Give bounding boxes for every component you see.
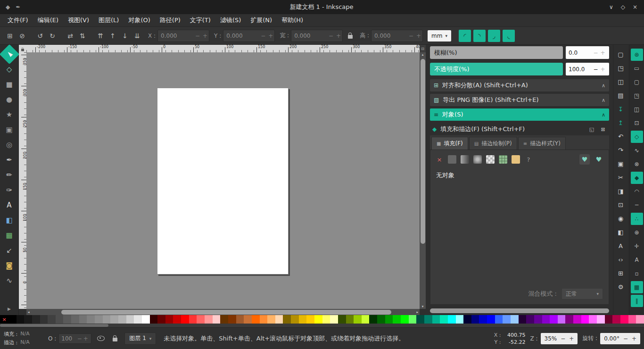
- palette-swatch[interactable]: [142, 315, 150, 324]
- tool-connector[interactable]: ∿: [2, 274, 17, 288]
- palette-swatch[interactable]: [511, 315, 519, 324]
- palette-swatch[interactable]: [338, 315, 346, 324]
- palette-scrollbar[interactable]: [0, 324, 644, 327]
- scale-patterns-toggle[interactable]: ◟: [503, 30, 515, 42]
- unit-select[interactable]: mm ▾: [428, 30, 451, 42]
- document-page[interactable]: [157, 88, 289, 274]
- snap-bbox-corners-toggle[interactable]: ◳: [631, 90, 643, 102]
- palette-swatch[interactable]: [134, 315, 142, 324]
- palette-swatch[interactable]: [581, 315, 589, 324]
- tool-spiral[interactable]: ◎: [2, 138, 17, 152]
- tool-selector[interactable]: ►: [0, 44, 19, 64]
- menu-object[interactable]: 对象(O): [124, 15, 155, 26]
- minimize-button[interactable]: ∨: [609, 4, 613, 10]
- palette-swatch[interactable]: [526, 315, 534, 324]
- menu-extensions[interactable]: 扩展(N): [246, 15, 277, 26]
- horizontal-scroll-thumb[interactable]: [61, 310, 391, 315]
- flip-horizontal-button[interactable]: ⇄: [64, 30, 76, 42]
- dock-objects[interactable]: ≡对象(S)∧: [430, 108, 609, 121]
- duplicate-button[interactable]: ⊡: [615, 199, 627, 210]
- palette-swatch[interactable]: [448, 315, 456, 324]
- scroll-left-icon[interactable]: ◂: [26, 309, 31, 315]
- tool-node-editor[interactable]: ◇: [2, 62, 17, 76]
- link-width-height-toggle[interactable]: [346, 33, 355, 39]
- snap-smooth-nodes-toggle[interactable]: ◠: [631, 185, 643, 198]
- no-color-swatch[interactable]: ×: [0, 315, 8, 324]
- palette-swatch[interactable]: [79, 315, 87, 324]
- snap-line-midpoints-toggle[interactable]: ─: [631, 199, 643, 211]
- lower-button[interactable]: ↓: [119, 30, 131, 42]
- no-paint-button[interactable]: ×: [435, 155, 444, 164]
- tool-mesh-gradient[interactable]: ▦: [2, 228, 17, 242]
- dock-scrollbar[interactable]: [430, 308, 609, 313]
- snap-guides-toggle[interactable]: ∥: [631, 295, 643, 307]
- new-document-button[interactable]: ▢: [615, 49, 627, 60]
- palette-swatch[interactable]: [236, 315, 244, 324]
- raise-button[interactable]: ↑: [107, 30, 119, 42]
- palette-swatch[interactable]: [283, 315, 291, 324]
- palette-swatch[interactable]: [573, 315, 581, 324]
- palette-swatch[interactable]: [620, 315, 628, 324]
- palette-swatch[interactable]: [354, 315, 362, 324]
- palette-swatch[interactable]: [495, 315, 503, 324]
- select-all-button[interactable]: ⊞: [4, 30, 16, 42]
- ruler-corner-button[interactable]: ⊡: [420, 45, 426, 52]
- menu-layer[interactable]: 图层(L): [94, 15, 124, 26]
- palette-swatch[interactable]: [565, 315, 573, 324]
- export-button[interactable]: ↥: [615, 117, 627, 128]
- tab-stroke-style[interactable]: ≡描边样式(Y): [518, 137, 566, 150]
- palette-swatch[interactable]: [252, 315, 260, 324]
- tool-dropper[interactable]: ↙: [2, 243, 17, 258]
- minus-icon[interactable]: −: [327, 33, 335, 39]
- snap-rotation-centers-toggle[interactable]: ✛: [631, 240, 643, 252]
- fill-rule-nonzero-button[interactable]: ♥: [579, 154, 590, 165]
- plus-icon[interactable]: +: [83, 335, 89, 342]
- palette-swatch[interactable]: [110, 315, 118, 324]
- align-distribute-dialog-button[interactable]: ⊞: [615, 267, 627, 279]
- layer-select[interactable]: 图层 1 ▾: [124, 332, 156, 345]
- palette-swatch[interactable]: [519, 315, 527, 324]
- plus-icon[interactable]: +: [569, 335, 574, 342]
- layer-visibility-toggle[interactable]: [96, 334, 106, 343]
- tool-rectangle[interactable]: ■: [2, 77, 17, 91]
- palette-swatch[interactable]: [636, 315, 644, 324]
- palette-swatch[interactable]: [299, 315, 307, 324]
- palette-swatch[interactable]: [377, 315, 385, 324]
- palette-swatch[interactable]: [87, 315, 95, 324]
- flip-vertical-button[interactable]: ⇅: [76, 30, 89, 42]
- dock-export-png[interactable]: ▧导出 PNG 图像(E) (Shift+Ctrl+E)∧: [430, 94, 609, 106]
- palette-swatch[interactable]: [291, 315, 299, 324]
- open-document-button[interactable]: ◳: [615, 62, 627, 74]
- palette-swatch[interactable]: [17, 315, 25, 324]
- lower-to-bottom-button[interactable]: ⇊: [131, 30, 143, 42]
- enable-snapping-toggle[interactable]: ⊛: [631, 49, 643, 61]
- undo-button[interactable]: ↶: [615, 131, 627, 142]
- scroll-down-icon[interactable]: ▾: [420, 304, 426, 309]
- text-and-font-dialog-button[interactable]: A: [615, 240, 627, 251]
- palette-swatch[interactable]: [471, 315, 479, 324]
- linear-gradient-button[interactable]: [461, 155, 469, 164]
- rotate-90-cw-button[interactable]: ↻: [46, 30, 58, 42]
- minus-icon[interactable]: −: [623, 335, 628, 342]
- palette-swatch[interactable]: [24, 315, 32, 324]
- palette-swatch[interactable]: [267, 315, 275, 324]
- tool-ellipse[interactable]: ●: [2, 92, 17, 107]
- tool-text[interactable]: A: [2, 198, 17, 212]
- x-input[interactable]: 0.000 − +: [157, 30, 209, 42]
- minus-icon[interactable]: −: [561, 335, 565, 342]
- palette-swatch[interactable]: [393, 315, 401, 324]
- snap-path-intersections-toggle[interactable]: ⊗: [631, 158, 643, 170]
- xml-editor-button[interactable]: ‹›: [615, 254, 627, 265]
- scale-stroke-toggle[interactable]: ◜: [459, 30, 471, 42]
- plus-icon[interactable]: +: [335, 33, 342, 39]
- palette-swatch[interactable]: [597, 315, 605, 324]
- fill-stroke-indicator[interactable]: 填充 : N/A 描边 : N/A: [4, 331, 43, 346]
- palette-swatch[interactable]: [165, 315, 173, 324]
- unknown-paint-button[interactable]: ?: [524, 155, 533, 164]
- flat-color-button[interactable]: [448, 155, 456, 164]
- tool-box-3d[interactable]: ▣: [2, 123, 17, 137]
- vertical-scroll-thumb[interactable]: [421, 59, 425, 244]
- horizontal-ruler[interactable]: -200-150-100-50050100150200250300350400: [26, 45, 420, 52]
- palette-swatch[interactable]: [314, 315, 322, 324]
- pattern-button[interactable]: [486, 155, 495, 164]
